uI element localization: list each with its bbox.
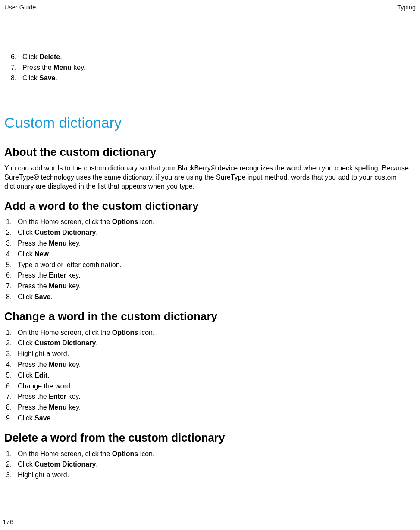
list-item: 2.Click Custom Dictionary. bbox=[6, 460, 416, 469]
step-number: 1. bbox=[6, 218, 16, 227]
step-bold: Save bbox=[39, 74, 55, 82]
step-post: icon. bbox=[138, 218, 154, 225]
step-text: Click Custom Dictionary. bbox=[16, 228, 98, 237]
step-pre: On the Home screen, click the bbox=[18, 218, 112, 225]
step-bold: Menu bbox=[49, 361, 67, 368]
step-text: Change the word. bbox=[16, 382, 72, 391]
list-item: 3.Highlight a word. bbox=[6, 350, 416, 359]
page-content: 6.Click Delete.7.Press the Menu key.8.Cl… bbox=[0, 53, 420, 480]
step-text: Press the Menu key. bbox=[16, 360, 81, 369]
add-word-steps: 1.On the Home screen, click the Options … bbox=[4, 218, 416, 301]
step-number: 4. bbox=[6, 360, 16, 369]
delete-word-title: Delete a word from the custom dictionary bbox=[4, 431, 416, 445]
step-text: Click New. bbox=[16, 250, 50, 259]
list-item: 1.On the Home screen, click the Options … bbox=[6, 450, 416, 459]
step-text: Press the Enter key. bbox=[16, 392, 81, 401]
delete-word-steps: 1.On the Home screen, click the Options … bbox=[4, 450, 416, 480]
step-number: 5. bbox=[6, 261, 16, 270]
step-bold: Save bbox=[34, 414, 50, 422]
list-item: 7.Press the Enter key. bbox=[6, 392, 416, 401]
step-pre: Click bbox=[18, 461, 34, 468]
step-pre: Click bbox=[22, 74, 39, 82]
step-text: On the Home screen, click the Options ic… bbox=[16, 328, 154, 338]
step-pre: Click bbox=[18, 293, 34, 300]
step-pre: Highlight a word. bbox=[18, 471, 69, 479]
step-number: 7. bbox=[6, 282, 16, 291]
step-post: . bbox=[55, 74, 57, 82]
page-number: 176 bbox=[3, 517, 13, 526]
step-pre: Press the bbox=[18, 240, 49, 247]
step-text: Press the Enter key. bbox=[16, 271, 81, 280]
list-item: 4.Click New. bbox=[6, 250, 416, 259]
step-text: Highlight a word. bbox=[16, 350, 69, 359]
list-item: 4.Press the Menu key. bbox=[6, 360, 416, 369]
step-number: 2. bbox=[6, 460, 16, 469]
step-pre: Change the word. bbox=[18, 382, 72, 390]
step-bold: Edit bbox=[34, 372, 47, 379]
step-pre: Press the bbox=[18, 404, 49, 411]
step-bold: Enter bbox=[49, 271, 66, 279]
step-post: . bbox=[96, 339, 97, 347]
list-item: 7.Press the Menu key. bbox=[11, 63, 416, 73]
step-number: 3. bbox=[6, 471, 16, 480]
step-number: 6. bbox=[6, 271, 16, 280]
step-post: . bbox=[47, 372, 49, 379]
step-bold: Custom Dictionary bbox=[34, 461, 96, 468]
step-post: key. bbox=[67, 361, 81, 368]
step-pre: Click bbox=[18, 372, 34, 379]
step-post: icon. bbox=[138, 450, 154, 457]
step-text: Click Custom Dictionary. bbox=[16, 460, 98, 469]
step-number: 1. bbox=[6, 328, 16, 338]
step-number: 5. bbox=[6, 371, 16, 380]
header-left: User Guide bbox=[4, 3, 36, 12]
step-bold: Options bbox=[112, 450, 138, 457]
step-bold: Enter bbox=[49, 393, 66, 400]
list-item: 8.Click Save. bbox=[6, 293, 416, 302]
list-item: 3.Highlight a word. bbox=[6, 471, 416, 480]
list-item: 2.Click Custom Dictionary. bbox=[6, 339, 416, 348]
step-text: Click Save. bbox=[16, 293, 53, 302]
step-number: 6. bbox=[6, 382, 16, 391]
step-pre: Press the bbox=[18, 271, 49, 279]
step-number: 3. bbox=[6, 350, 16, 359]
step-text: Press the Menu key. bbox=[20, 63, 85, 73]
step-text: Press the Menu key. bbox=[16, 282, 81, 291]
step-bold: Options bbox=[112, 218, 138, 225]
page-header: User Guide Typing bbox=[0, 0, 420, 12]
step-number: 6. bbox=[11, 53, 20, 62]
step-post: key. bbox=[67, 282, 81, 290]
step-post: . bbox=[50, 414, 52, 422]
step-pre: Click bbox=[22, 53, 39, 60]
step-bold: Menu bbox=[49, 282, 67, 290]
step-post: icon. bbox=[138, 329, 154, 336]
list-item: 7.Press the Menu key. bbox=[6, 282, 416, 291]
step-number: 9. bbox=[6, 414, 16, 423]
step-pre: Press the bbox=[18, 393, 49, 400]
step-bold: Custom Dictionary bbox=[34, 229, 96, 236]
step-post: . bbox=[96, 461, 97, 468]
step-number: 2. bbox=[6, 339, 16, 348]
step-pre: On the Home screen, click the bbox=[18, 329, 112, 336]
about-body: You can add words to the custom dictiona… bbox=[4, 164, 416, 191]
step-number: 1. bbox=[6, 450, 16, 459]
step-number: 7. bbox=[6, 392, 16, 401]
step-bold: Custom Dictionary bbox=[34, 339, 96, 347]
step-bold: Delete bbox=[39, 53, 60, 60]
list-item: 3.Press the Menu key. bbox=[6, 239, 416, 248]
step-post: . bbox=[50, 293, 52, 300]
list-item: 1.On the Home screen, click the Options … bbox=[6, 218, 416, 227]
step-number: 8. bbox=[6, 293, 16, 302]
step-post: key. bbox=[66, 393, 81, 400]
list-item: 1.On the Home screen, click the Options … bbox=[6, 328, 416, 338]
step-number: 2. bbox=[6, 228, 16, 237]
step-post: . bbox=[60, 53, 62, 60]
list-item: 5.Type a word or letter combination. bbox=[6, 261, 416, 270]
add-word-title: Add a word to the custom dictionary bbox=[4, 199, 416, 214]
step-post: key. bbox=[67, 404, 81, 411]
step-text: Press the Menu key. bbox=[16, 403, 81, 412]
step-text: Click Delete. bbox=[20, 53, 62, 62]
step-pre: Press the bbox=[22, 64, 53, 71]
step-post: key. bbox=[66, 271, 81, 279]
step-post: . bbox=[49, 250, 50, 258]
step-number: 8. bbox=[6, 403, 16, 412]
